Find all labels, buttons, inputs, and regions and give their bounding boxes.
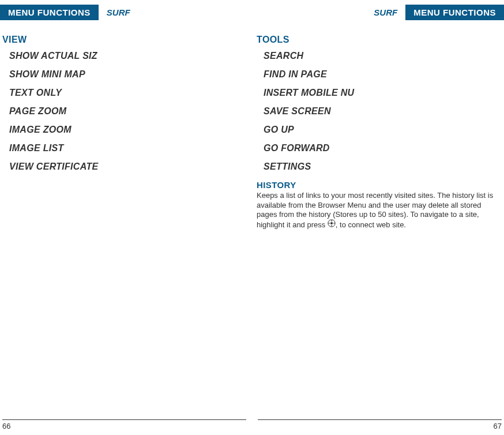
menu-functions-tab-right: MENU FUNCTIONS (405, 5, 504, 20)
svg-marker-2 (330, 220, 332, 221)
tools-item-find-in-page: FIND IN PAGE (264, 69, 502, 80)
footer-right: 67 (258, 419, 502, 430)
page-66: MENU FUNCTIONS SURF VIEW SHOW ACTUAL SIZ… (0, 0, 252, 435)
view-item-image-zoom: IMAGE ZOOM (9, 125, 238, 135)
tools-item-settings: SETTINGS (264, 162, 502, 172)
tools-heading: TOOLS (257, 35, 502, 45)
page-67: SURF MENU FUNCTIONS TOOLS SEARCH FIND IN… (252, 0, 504, 435)
right-content: TOOLS SEARCH FIND IN PAGE INSERT MOBILE … (252, 21, 504, 231)
history-text: Keeps a list of links to your most recen… (257, 191, 502, 231)
surf-label-left: SURF (107, 7, 130, 17)
view-item-image-list: IMAGE LIST (9, 143, 238, 153)
view-item-text-only: TEXT ONLY (9, 88, 238, 98)
view-item-view-certificate: VIEW CERTIFICATE (9, 162, 238, 172)
page-number-left: 66 (2, 422, 10, 430)
header-right: SURF MENU FUNCTIONS (252, 3, 504, 21)
history-block: HISTORY Keeps a list of links to your mo… (257, 180, 502, 231)
svg-marker-5 (333, 222, 334, 224)
svg-marker-3 (330, 225, 332, 226)
menu-functions-tab-left: MENU FUNCTIONS (0, 5, 99, 20)
tools-item-save-screen: SAVE SCREEN (264, 106, 502, 117)
view-item-show-actual-size: SHOW ACTUAL SIZ (9, 51, 238, 61)
tools-item-go-up: GO UP (264, 125, 502, 135)
svg-point-1 (330, 222, 333, 224)
view-heading: VIEW (2, 35, 238, 45)
footer-left: 66 (2, 419, 246, 430)
history-heading: HISTORY (257, 180, 502, 190)
surf-label-right: SURF (374, 7, 397, 17)
left-content: VIEW SHOW ACTUAL SIZ SHOW MINI MAP TEXT … (0, 21, 252, 172)
tools-item-go-forward: GO FORWARD (264, 143, 502, 153)
tools-item-search: SEARCH (264, 51, 502, 61)
svg-marker-4 (328, 222, 329, 224)
tools-item-insert-mobile-nu: INSERT MOBILE NU (264, 88, 502, 98)
view-item-page-zoom: PAGE ZOOM (9, 106, 238, 117)
history-text-after: , to connect web site. (336, 220, 406, 229)
header-left: MENU FUNCTIONS SURF (0, 3, 252, 21)
dpad-icon (328, 219, 336, 230)
page-number-right: 67 (494, 422, 502, 430)
view-item-show-mini-map: SHOW MINI MAP (9, 69, 238, 80)
